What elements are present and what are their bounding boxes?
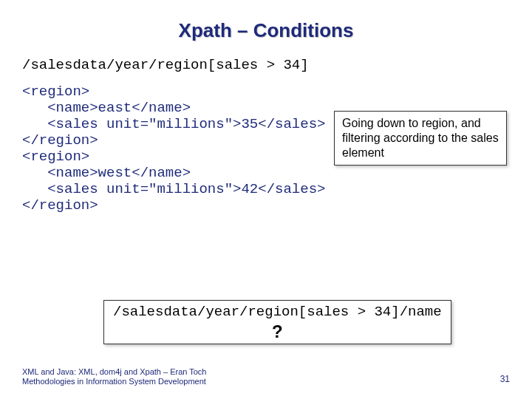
callout-query-text: /salesdata/year/region[sales > 34]/name <box>113 304 442 320</box>
xml-line: <name>west</name> <box>22 165 510 181</box>
callout-box-query: /salesdata/year/region[sales > 34]/name … <box>103 300 451 344</box>
footer-line-2: Methodologies in Information System Deve… <box>22 377 206 387</box>
callout-box-filter: Going down to region, and filtering acco… <box>334 111 507 166</box>
xml-line: <region> <box>22 83 510 100</box>
footer-line-1: XML and Java: XML, dom4j and Xpath – Era… <box>22 367 206 378</box>
page-title: Xpath – Conditions <box>22 19 510 42</box>
footer: XML and Java: XML, dom4j and Xpath – Era… <box>22 367 206 388</box>
xpath-query: /salesdata/year/region[sales > 34] <box>22 57 510 73</box>
question-mark: ? <box>113 321 442 342</box>
callout-text: Going down to region, and filtering acco… <box>342 117 499 159</box>
xml-line: </region> <box>22 197 510 214</box>
xml-line: <sales unit="millions">42</sales> <box>22 181 510 197</box>
slide: Xpath – Conditions /salesdata/year/regio… <box>0 0 532 399</box>
page-number: 31 <box>500 374 510 384</box>
